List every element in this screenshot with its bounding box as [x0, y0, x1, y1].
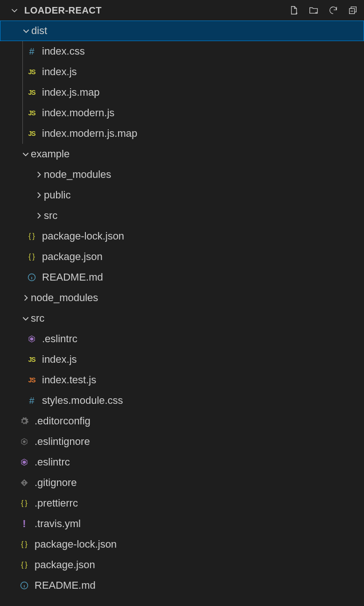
file-example-package-lock[interactable]: { } package-lock.json [0, 226, 364, 247]
file-src-styles-css[interactable]: # styles.module.css [0, 390, 364, 411]
file-index-js-map[interactable]: JS index.js.map [0, 82, 364, 103]
file-label: README.md [42, 271, 103, 283]
file-label: index.js [42, 66, 77, 78]
folder-example-src[interactable]: src [0, 205, 364, 226]
file-label: .editorconfig [35, 415, 91, 427]
file-label: package-lock.json [35, 538, 117, 550]
chevron-down-icon [21, 313, 31, 324]
folder-node-modules[interactable]: node_modules [0, 288, 364, 308]
css-file-icon: # [26, 46, 37, 57]
js-file-icon: JS [26, 66, 37, 78]
file-package-lock[interactable]: { } package-lock.json [0, 534, 364, 555]
git-file-icon [19, 477, 30, 488]
file-eslintignore[interactable]: .eslintignore [0, 431, 364, 452]
collapse-all-icon[interactable] [347, 5, 358, 16]
file-src-eslintrc[interactable]: .eslintrc [0, 329, 364, 349]
file-label: index.css [42, 45, 85, 57]
json-file-icon: { } [19, 559, 30, 571]
new-file-icon[interactable] [288, 5, 300, 16]
eslint-ignore-file-icon [19, 436, 30, 447]
file-editorconfig[interactable]: .editorconfig [0, 411, 364, 431]
folder-label: example [31, 148, 70, 160]
file-index-js[interactable]: JS index.js [0, 62, 364, 82]
file-label: index.modern.js [42, 107, 114, 119]
file-index-css[interactable]: # index.css [0, 41, 364, 62]
file-label: .eslintignore [35, 436, 90, 448]
file-index-modern-js-map[interactable]: JS index.modern.js.map [0, 123, 364, 144]
folder-dist[interactable]: dist [0, 21, 364, 41]
js-file-icon: JS [26, 87, 37, 98]
chevron-right-icon [34, 190, 44, 200]
refresh-icon[interactable] [328, 5, 339, 16]
folder-label: src [44, 210, 57, 222]
file-example-readme[interactable]: README.md [0, 267, 364, 288]
file-readme[interactable]: README.md [0, 575, 364, 596]
chevron-down-icon [21, 149, 31, 159]
file-label: .eslintrc [35, 456, 70, 468]
js-file-icon: JS [26, 107, 37, 119]
js-test-file-icon: JS [26, 374, 37, 386]
file-label: index.js.map [42, 86, 100, 99]
file-label: package-lock.json [42, 230, 124, 242]
file-label: README.md [35, 579, 96, 592]
eslint-file-icon [26, 333, 37, 345]
file-index-modern-js[interactable]: JS index.modern.js [0, 103, 364, 123]
chevron-down-icon [9, 5, 20, 15]
chevron-right-icon [21, 293, 31, 303]
info-file-icon [19, 580, 30, 591]
folder-src[interactable]: src [0, 308, 364, 329]
file-label: styles.module.css [42, 395, 123, 407]
file-tree: dist # index.css JS index.js JS index.js… [0, 21, 364, 596]
folder-example[interactable]: example [0, 144, 364, 164]
chevron-right-icon [34, 169, 44, 180]
folder-label: dist [31, 25, 47, 37]
json-file-icon: { } [19, 539, 30, 550]
info-file-icon [26, 272, 37, 283]
file-prettierrc[interactable]: { } .prettierrc [0, 493, 364, 514]
folder-label: public [44, 189, 70, 201]
css-file-icon: # [26, 395, 37, 406]
svg-marker-3 [30, 338, 33, 340]
file-explorer: LOADER-REACT dist # [0, 0, 364, 606]
json-file-icon: { } [26, 231, 37, 242]
svg-marker-7 [23, 461, 26, 464]
folder-example-node-modules[interactable]: node_modules [0, 164, 364, 185]
eslint-file-icon [19, 457, 30, 468]
js-file-icon: JS [26, 128, 37, 139]
chevron-down-icon [21, 26, 31, 36]
yaml-file-icon: ! [19, 518, 30, 529]
file-package-json[interactable]: { } package.json [0, 555, 364, 575]
file-label: index.modern.js.map [42, 127, 137, 140]
svg-point-5 [23, 441, 26, 443]
config-file-icon [19, 416, 30, 427]
file-label: .gitignore [35, 477, 77, 489]
file-label: package.json [42, 251, 103, 263]
new-folder-icon[interactable] [308, 5, 319, 16]
folder-label: node_modules [44, 169, 111, 181]
file-label: index.js [42, 353, 77, 366]
project-title: LOADER-REACT [24, 5, 102, 16]
file-eslintrc[interactable]: .eslintrc [0, 452, 364, 472]
file-label: index.test.js [42, 374, 96, 386]
file-src-index-js[interactable]: JS index.js [0, 349, 364, 370]
file-label: .prettierrc [35, 497, 78, 509]
file-gitignore[interactable]: .gitignore [0, 472, 364, 493]
file-example-package-json[interactable]: { } package.json [0, 247, 364, 267]
folder-label: src [31, 312, 44, 324]
file-travis-yml[interactable]: ! .travis.yml [0, 514, 364, 534]
chevron-right-icon [34, 211, 44, 221]
json-file-icon: { } [19, 498, 30, 509]
file-src-index-test-js[interactable]: JS index.test.js [0, 370, 364, 390]
file-label: .travis.yml [35, 518, 81, 530]
header-left[interactable]: LOADER-REACT [9, 5, 102, 16]
file-label: .eslintrc [42, 333, 77, 345]
header-actions [288, 5, 358, 16]
explorer-header: LOADER-REACT [0, 0, 364, 21]
js-file-icon: JS [26, 354, 37, 365]
folder-example-public[interactable]: public [0, 185, 364, 205]
folder-label: node_modules [31, 292, 98, 304]
file-label: package.json [35, 559, 95, 571]
json-file-icon: { } [26, 251, 37, 262]
